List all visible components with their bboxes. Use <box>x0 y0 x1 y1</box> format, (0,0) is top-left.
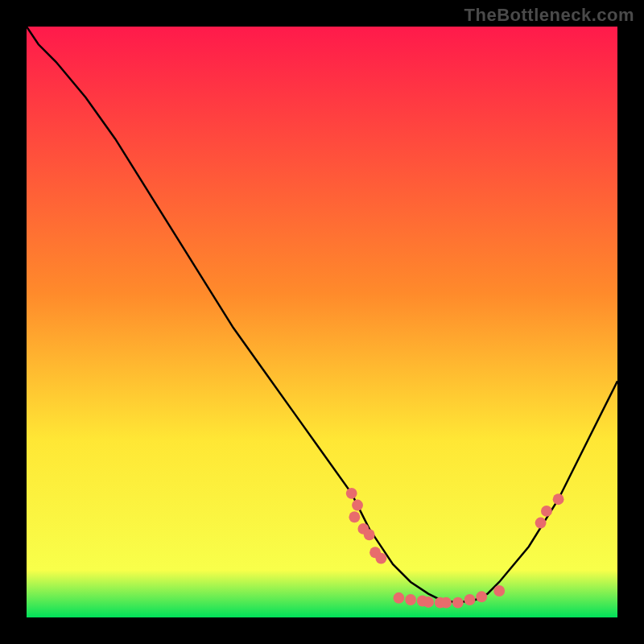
data-point <box>464 594 476 605</box>
data-point <box>535 518 547 529</box>
data-point <box>346 488 357 499</box>
data-point <box>364 529 375 540</box>
gradient-background <box>27 27 617 617</box>
data-point <box>423 597 434 608</box>
data-point <box>349 511 360 522</box>
plot-frame <box>24 24 620 620</box>
data-point <box>452 597 464 609</box>
chart-container: TheBottleneck.com <box>0 0 644 644</box>
data-point <box>393 592 404 604</box>
data-point <box>375 553 386 564</box>
data-point <box>493 585 505 597</box>
watermark-text: TheBottleneck.com <box>464 5 634 26</box>
data-point <box>440 597 452 609</box>
data-point <box>541 506 552 517</box>
data-point <box>352 500 363 511</box>
data-point <box>476 591 487 602</box>
data-point <box>405 594 416 605</box>
chart-svg <box>27 27 617 617</box>
data-point <box>553 493 564 505</box>
